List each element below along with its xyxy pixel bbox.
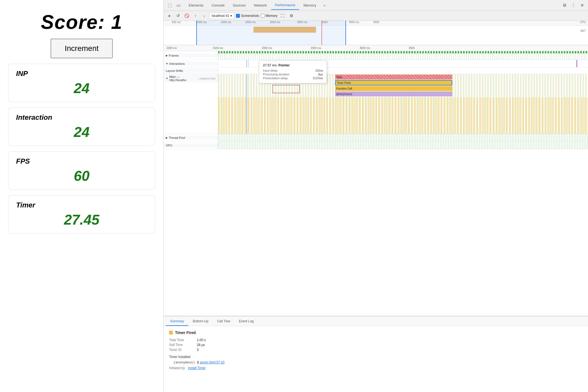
record-icon[interactable]: ●	[166, 12, 173, 19]
layout-shifts-track-label[interactable]: Layout Shifts	[164, 69, 218, 73]
increment-button[interactable]: Increment	[51, 39, 113, 58]
frames-track-label[interactable]: ▶ Frames	[164, 53, 218, 58]
timeline-overview[interactable]: 500 ms 1000 ms 1500 ms 2000 ms 2500 ms 3…	[164, 21, 588, 45]
memory-checkbox[interactable]	[261, 14, 265, 18]
install-timer-link[interactable]: Install Timer	[188, 366, 206, 370]
ruler-1000ms: 1000 ms	[166, 47, 177, 50]
memory-checkbox-group: Memory	[261, 14, 277, 18]
time-4000ms: 4000 ms	[349, 21, 359, 24]
tab-performance[interactable]: Performance	[271, 1, 299, 10]
async-html-link[interactable]: async.html:57:10	[200, 360, 225, 364]
fps-card: FPS 60	[8, 151, 155, 190]
tab-console[interactable]: Console	[208, 1, 228, 10]
frames-arrow[interactable]: ▶	[166, 54, 168, 57]
summary-title: Timer Fired	[169, 330, 583, 335]
main-url-suffix: ...rs/async.html	[197, 77, 216, 80]
blue-line-main	[247, 74, 247, 134]
frames-track-row: ▶ Frames	[164, 51, 588, 60]
gear-icon[interactable]: ⚙	[288, 12, 295, 19]
chevron-down-icon: ▾	[230, 14, 232, 18]
anonymous-bar[interactable]: (anonymous)	[335, 91, 452, 96]
timer-fired-dot	[169, 331, 173, 335]
inspect-icon[interactable]: ⬚	[166, 2, 173, 9]
timer-installed-label: Timer Installed	[169, 355, 583, 359]
upload-icon[interactable]: ↑	[192, 12, 199, 19]
gpu-track-row: GPU	[164, 142, 588, 149]
interaction-value: 24	[16, 124, 147, 140]
timer-label: Timer	[16, 201, 147, 209]
interactions-arrow[interactable]: ▼	[166, 62, 168, 65]
interactions-track-row: ▼ Interactions 27.57 ms Pointer	[164, 60, 588, 68]
time-4500ms: 4500	[373, 21, 379, 24]
inp-label: INP	[16, 69, 147, 78]
inp-value: 24	[16, 80, 147, 96]
capture-settings-icon[interactable]: ⛶	[279, 12, 286, 19]
bottom-content: Timer Fired Total Time 1.00 s Self Time …	[164, 326, 588, 374]
net-label: NET	[580, 29, 586, 32]
timer-card: Timer 27.45	[8, 195, 155, 234]
thread-pool-track-row: ▶ Thread Pool	[164, 134, 588, 142]
gpu-track-label[interactable]: GPU	[164, 143, 218, 148]
device-icon[interactable]: ▭	[174, 2, 182, 9]
time-ruler-main: 1000 ms 1500 ms 2000 ms 2500 ms 3000 ms …	[164, 45, 588, 51]
screenshots-checkbox-group: ✓ Screenshots	[236, 14, 259, 18]
main-arrow[interactable]: ▼	[166, 77, 168, 80]
thread-pool-arrow[interactable]: ▶	[166, 136, 168, 139]
devtools-left-icons: ⬚ ▭	[166, 2, 182, 9]
settings-icon[interactable]: ⚙	[561, 2, 568, 9]
interaction-marker2	[249, 60, 249, 67]
interaction-marker	[247, 60, 247, 67]
interactions-track-content[interactable]: 27.57 ms Pointer Input delay 22ms Proces…	[218, 60, 588, 67]
reload-record-icon[interactable]: ↺	[174, 12, 182, 19]
function-call-bar[interactable]: Function Call	[335, 86, 452, 91]
frames-bar	[218, 51, 588, 53]
purple-marker	[577, 60, 577, 67]
cpu-label-top: CPU	[580, 21, 586, 24]
tooltip-title: 27.57 ms Pointer	[263, 63, 323, 67]
tooltip-presentation: Presentation delay 5.57ms	[263, 76, 323, 80]
time-500ms: 500 ms	[172, 21, 181, 24]
tab-memory[interactable]: Memory	[300, 1, 320, 10]
tab-network[interactable]: Network	[250, 1, 271, 10]
close-icon[interactable]: ✕	[578, 2, 586, 9]
timer-value: 27.45	[16, 212, 147, 228]
summary-total-time: Total Time 1.00 s	[169, 338, 583, 342]
ruler-3000ms: 3000 ms	[360, 47, 370, 50]
tab-event-log[interactable]: Event Log	[235, 317, 258, 326]
interaction-label: Interaction	[16, 113, 147, 122]
download-icon[interactable]: ↓	[201, 12, 208, 19]
main-track-label[interactable]: ▼ Main — http://localho ...rs/async.html	[164, 74, 218, 82]
selection-region[interactable]	[196, 21, 346, 45]
frames-track-content	[218, 51, 588, 60]
more-tabs-icon[interactable]: »	[321, 2, 328, 9]
tab-summary[interactable]: Summary	[166, 317, 188, 326]
performance-toolbar: ● ↺ 🚫 ↑ ↓ localhost #1 ▾ ✓ Screenshots M…	[164, 11, 588, 21]
thread-pool-content	[218, 134, 588, 141]
thread-pool-track-label[interactable]: ▶ Thread Pool	[164, 136, 218, 140]
bottom-panel: Summary Bottom-Up Call Tree Event Log Ti…	[164, 316, 588, 392]
ruler-3500ms: 3500	[409, 47, 415, 50]
tab-elements[interactable]: Elements	[185, 1, 207, 10]
task-bar[interactable]: Task	[335, 75, 452, 79]
devtools-panel: ⬚ ▭ Elements Console Sources Network Per…	[163, 0, 588, 392]
timer-fired-bar[interactable]: Timer Fired	[335, 80, 452, 85]
summary-timer-id: Timer ID 3	[169, 348, 583, 352]
left-panel: Score: 1 Increment INP 24 Interaction 24…	[0, 0, 163, 392]
tab-sources[interactable]: Sources	[229, 1, 250, 10]
clear-icon[interactable]: 🚫	[183, 12, 190, 19]
interactions-track-label[interactable]: ▼ Interactions	[164, 62, 218, 66]
score-display: Score: 1	[41, 11, 122, 33]
summary-self-time: Self Time 28 μs	[169, 343, 583, 347]
screenshots-checkbox[interactable]: ✓	[236, 14, 240, 18]
bottom-tabs: Summary Bottom-Up Call Tree Event Log	[164, 316, 588, 326]
tab-call-tree[interactable]: Call Tree	[213, 317, 235, 326]
url-selector[interactable]: localhost #1 ▾	[209, 13, 234, 19]
tab-bottom-up[interactable]: Bottom-Up	[188, 317, 213, 326]
layout-shifts-track-row: Layout Shifts	[164, 68, 588, 74]
ruler-2000ms: 2000 ms	[262, 47, 272, 50]
more-options-icon[interactable]: ⋮	[569, 2, 577, 9]
ruler-1500ms: 1500 ms	[213, 47, 223, 50]
tracks-container[interactable]: ▶ Frames ▼ Interactions	[164, 51, 588, 316]
main-track-row: ▼ Main — http://localho ...rs/async.html…	[164, 74, 588, 134]
tooltip-input-delay: Input delay 22ms	[263, 69, 323, 72]
